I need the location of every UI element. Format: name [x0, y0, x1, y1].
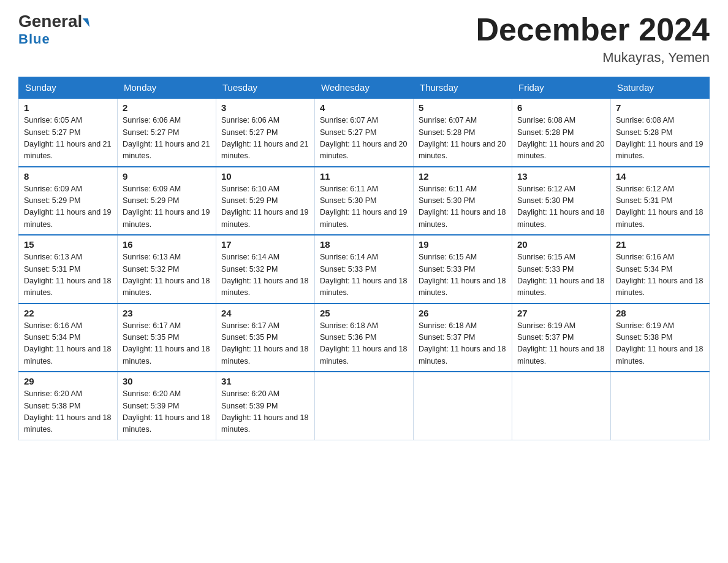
day-info: Sunrise: 6:17 AMSunset: 5:35 PMDaylight:…: [123, 321, 210, 366]
day-number: 17: [221, 239, 309, 250]
day-info: Sunrise: 6:15 AMSunset: 5:33 PMDaylight:…: [517, 253, 604, 297]
day-info: Sunrise: 6:20 AMSunset: 5:39 PMDaylight:…: [123, 389, 210, 434]
day-number: 18: [320, 239, 408, 250]
day-info: Sunrise: 6:10 AMSunset: 5:29 PMDaylight:…: [221, 185, 308, 229]
calendar-cell: 2 Sunrise: 6:06 AMSunset: 5:27 PMDayligh…: [118, 98, 216, 167]
day-info: Sunrise: 6:14 AMSunset: 5:33 PMDaylight:…: [320, 253, 407, 297]
week-row-1: 1 Sunrise: 6:05 AMSunset: 5:27 PMDayligh…: [19, 98, 710, 167]
day-info: Sunrise: 6:05 AMSunset: 5:27 PMDaylight:…: [24, 116, 111, 160]
day-number: 2: [123, 102, 211, 113]
calendar-cell: [315, 372, 414, 440]
day-number: 22: [24, 308, 112, 318]
day-number: 29: [24, 376, 112, 386]
day-number: 21: [616, 239, 704, 250]
day-number: 12: [419, 171, 507, 182]
calendar-cell: 13 Sunrise: 6:12 AMSunset: 5:30 PMDaylig…: [512, 167, 611, 236]
logo: General Blue: [18, 12, 89, 47]
day-info: Sunrise: 6:14 AMSunset: 5:32 PMDaylight:…: [221, 253, 308, 297]
calendar-cell: 25 Sunrise: 6:18 AMSunset: 5:36 PMDaylig…: [315, 304, 414, 372]
calendar-cell: 16 Sunrise: 6:13 AMSunset: 5:32 PMDaylig…: [118, 235, 216, 304]
day-info: Sunrise: 6:08 AMSunset: 5:28 PMDaylight:…: [616, 116, 703, 160]
day-number: 23: [123, 308, 211, 318]
day-number: 5: [419, 102, 507, 113]
day-number: 20: [517, 239, 605, 250]
calendar-cell: 17 Sunrise: 6:14 AMSunset: 5:32 PMDaylig…: [216, 235, 315, 304]
day-number: 25: [320, 308, 408, 318]
day-number: 10: [221, 171, 309, 182]
calendar-cell: 11 Sunrise: 6:11 AMSunset: 5:30 PMDaylig…: [315, 167, 414, 236]
day-info: Sunrise: 6:11 AMSunset: 5:30 PMDaylight:…: [419, 185, 506, 229]
calendar-cell: 12 Sunrise: 6:11 AMSunset: 5:30 PMDaylig…: [414, 167, 512, 236]
day-info: Sunrise: 6:09 AMSunset: 5:29 PMDaylight:…: [24, 185, 111, 229]
calendar-cell: [414, 372, 512, 440]
day-info: Sunrise: 6:19 AMSunset: 5:38 PMDaylight:…: [616, 321, 703, 366]
calendar-cell: 19 Sunrise: 6:15 AMSunset: 5:33 PMDaylig…: [414, 235, 512, 304]
title-area: December 2024 Mukayras, Yemen: [476, 12, 710, 66]
calendar-cell: 20 Sunrise: 6:15 AMSunset: 5:33 PMDaylig…: [512, 235, 611, 304]
day-info: Sunrise: 6:07 AMSunset: 5:28 PMDaylight:…: [419, 116, 506, 160]
header-sunday: Sunday: [19, 77, 118, 99]
calendar-cell: 18 Sunrise: 6:14 AMSunset: 5:33 PMDaylig…: [315, 235, 414, 304]
location-subtitle: Mukayras, Yemen: [476, 50, 710, 66]
logo-general: General: [18, 12, 89, 31]
day-number: 6: [517, 102, 605, 113]
calendar-cell: 21 Sunrise: 6:16 AMSunset: 5:34 PMDaylig…: [611, 235, 710, 304]
calendar-cell: 4 Sunrise: 6:07 AMSunset: 5:27 PMDayligh…: [315, 98, 414, 167]
day-info: Sunrise: 6:09 AMSunset: 5:29 PMDaylight:…: [123, 185, 210, 229]
calendar-cell: 23 Sunrise: 6:17 AMSunset: 5:35 PMDaylig…: [118, 304, 216, 372]
day-number: 13: [517, 171, 605, 182]
day-info: Sunrise: 6:18 AMSunset: 5:37 PMDaylight:…: [419, 321, 506, 366]
day-number: 15: [24, 239, 112, 250]
month-title: December 2024: [476, 12, 710, 47]
day-number: 27: [517, 308, 605, 318]
calendar-cell: 24 Sunrise: 6:17 AMSunset: 5:35 PMDaylig…: [216, 304, 315, 372]
day-info: Sunrise: 6:17 AMSunset: 5:35 PMDaylight:…: [221, 321, 308, 366]
day-number: 28: [616, 308, 704, 318]
week-row-4: 22 Sunrise: 6:16 AMSunset: 5:34 PMDaylig…: [19, 304, 710, 372]
day-info: Sunrise: 6:12 AMSunset: 5:31 PMDaylight:…: [616, 185, 703, 229]
week-row-3: 15 Sunrise: 6:13 AMSunset: 5:31 PMDaylig…: [19, 235, 710, 304]
header-wednesday: Wednesday: [315, 77, 414, 99]
header-tuesday: Tuesday: [216, 77, 315, 99]
day-number: 4: [320, 102, 408, 113]
calendar-cell: 7 Sunrise: 6:08 AMSunset: 5:28 PMDayligh…: [611, 98, 710, 167]
calendar-cell: 5 Sunrise: 6:07 AMSunset: 5:28 PMDayligh…: [414, 98, 512, 167]
day-number: 7: [616, 102, 704, 113]
calendar-cell: 15 Sunrise: 6:13 AMSunset: 5:31 PMDaylig…: [19, 235, 118, 304]
header-thursday: Thursday: [414, 77, 512, 99]
calendar-header-row: Sunday Monday Tuesday Wednesday Thursday…: [19, 77, 710, 99]
day-info: Sunrise: 6:15 AMSunset: 5:33 PMDaylight:…: [419, 253, 506, 297]
day-info: Sunrise: 6:16 AMSunset: 5:34 PMDaylight:…: [616, 253, 703, 297]
week-row-5: 29 Sunrise: 6:20 AMSunset: 5:38 PMDaylig…: [19, 372, 710, 440]
calendar-cell: 14 Sunrise: 6:12 AMSunset: 5:31 PMDaylig…: [611, 167, 710, 236]
day-info: Sunrise: 6:13 AMSunset: 5:32 PMDaylight:…: [123, 253, 210, 297]
day-info: Sunrise: 6:16 AMSunset: 5:34 PMDaylight:…: [24, 321, 111, 366]
day-number: 14: [616, 171, 704, 182]
day-number: 11: [320, 171, 408, 182]
day-number: 3: [221, 102, 309, 113]
day-info: Sunrise: 6:06 AMSunset: 5:27 PMDaylight:…: [221, 116, 308, 160]
day-number: 30: [123, 376, 211, 386]
header-monday: Monday: [118, 77, 216, 99]
calendar-cell: 6 Sunrise: 6:08 AMSunset: 5:28 PMDayligh…: [512, 98, 611, 167]
calendar-cell: [611, 372, 710, 440]
day-number: 19: [419, 239, 507, 250]
calendar-cell: 3 Sunrise: 6:06 AMSunset: 5:27 PMDayligh…: [216, 98, 315, 167]
calendar-cell: 9 Sunrise: 6:09 AMSunset: 5:29 PMDayligh…: [118, 167, 216, 236]
calendar-cell: 27 Sunrise: 6:19 AMSunset: 5:37 PMDaylig…: [512, 304, 611, 372]
day-number: 9: [123, 171, 211, 182]
day-number: 16: [123, 239, 211, 250]
calendar-cell: 30 Sunrise: 6:20 AMSunset: 5:39 PMDaylig…: [118, 372, 216, 440]
header-friday: Friday: [512, 77, 611, 99]
logo-blue: Blue: [18, 31, 50, 47]
day-info: Sunrise: 6:12 AMSunset: 5:30 PMDaylight:…: [517, 185, 604, 229]
page-header: General Blue December 2024 Mukayras, Yem…: [18, 12, 710, 66]
calendar-cell: 1 Sunrise: 6:05 AMSunset: 5:27 PMDayligh…: [19, 98, 118, 167]
calendar-cell: 10 Sunrise: 6:10 AMSunset: 5:29 PMDaylig…: [216, 167, 315, 236]
day-number: 24: [221, 308, 309, 318]
day-number: 8: [24, 171, 112, 182]
day-info: Sunrise: 6:18 AMSunset: 5:36 PMDaylight:…: [320, 321, 407, 366]
calendar-cell: 31 Sunrise: 6:20 AMSunset: 5:39 PMDaylig…: [216, 372, 315, 440]
calendar-cell: 26 Sunrise: 6:18 AMSunset: 5:37 PMDaylig…: [414, 304, 512, 372]
calendar-cell: 8 Sunrise: 6:09 AMSunset: 5:29 PMDayligh…: [19, 167, 118, 236]
